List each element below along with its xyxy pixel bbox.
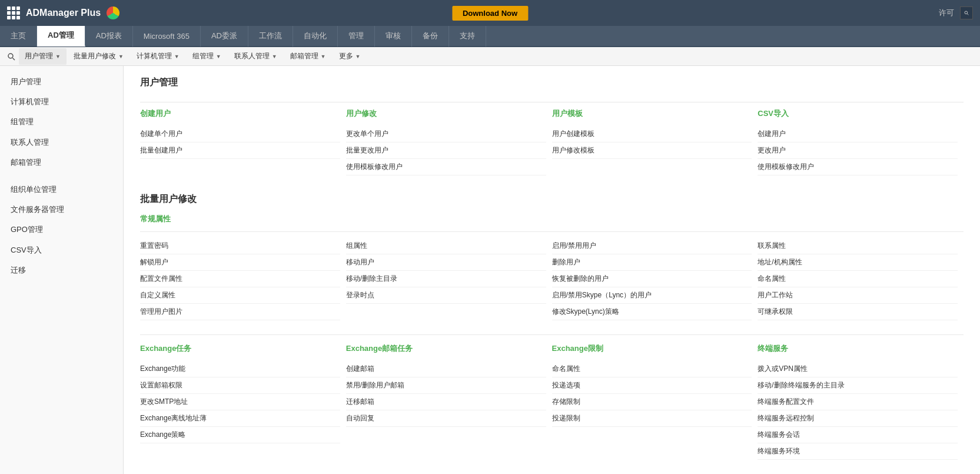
subnav-group-manage[interactable]: 组管理 ▼ bbox=[187, 48, 227, 65]
user-template-col: 用户模板 用户创建模板 用户修改模板 bbox=[552, 108, 758, 175]
link-ts-session[interactable]: 终端服务会话 bbox=[758, 427, 958, 443]
link-limit-naming[interactable]: 命名属性 bbox=[552, 361, 752, 377]
sidebar-item-csv-import[interactable]: CSV导入 bbox=[0, 240, 123, 260]
link-move-user[interactable]: 移动用户 bbox=[346, 254, 546, 271]
link-set-mailbox-perm[interactable]: 设置邮箱权限 bbox=[140, 377, 340, 394]
tab-automation[interactable]: 自动化 bbox=[293, 25, 338, 47]
link-inheritable-perm[interactable]: 可继承权限 bbox=[758, 304, 958, 320]
subnav-contact-manage[interactable]: 联系人管理 ▼ bbox=[228, 48, 283, 65]
tab-backup[interactable]: 备份 bbox=[412, 25, 449, 47]
link-custom-attr[interactable]: 自定义属性 bbox=[140, 287, 340, 304]
link-csv-template-modify[interactable]: 使用模板修改用户 bbox=[758, 159, 958, 175]
batch-user-modify-section: 批量用户修改 常规属性 重置密码 解锁用户 配置文件属性 自定义属性 管理用户图… bbox=[140, 193, 964, 460]
link-batch-create-user[interactable]: 批量创建用户 bbox=[140, 142, 340, 159]
subnav-batch-modify[interactable]: 批量用户修改 ▼ bbox=[68, 48, 129, 65]
tab-workflow[interactable]: 工作流 bbox=[248, 25, 293, 47]
tab-ad-delegate[interactable]: AD委派 bbox=[201, 25, 248, 47]
sidebar-item-contact-manage[interactable]: 联系人管理 bbox=[0, 132, 123, 153]
chevron-down-icon: ▼ bbox=[216, 54, 221, 59]
sidebar-item-ou-manage[interactable]: 组织单位管理 bbox=[0, 180, 123, 200]
link-auto-reply[interactable]: 自动回复 bbox=[346, 410, 546, 427]
sidebar-item-fileserver-manage[interactable]: 文件服务器管理 bbox=[0, 200, 123, 220]
common-props-grid: 重置密码 解锁用户 配置文件属性 自定义属性 管理用户图片 组属性 移动用户 移… bbox=[140, 231, 964, 320]
logo-text: ADManager Plus bbox=[26, 8, 101, 18]
link-disable-del-mailbox[interactable]: 禁用/删除用户邮箱 bbox=[346, 377, 546, 394]
sidebar-item-mailbox-manage[interactable]: 邮箱管理 bbox=[0, 153, 123, 173]
tab-home[interactable]: 主页 bbox=[0, 25, 37, 47]
link-create-mailbox[interactable]: 创建邮箱 bbox=[346, 361, 546, 377]
user-template-header: 用户模板 bbox=[552, 108, 752, 119]
link-delivery-limit[interactable]: 投递限制 bbox=[552, 410, 752, 427]
sidebar: 用户管理 计算机管理 组管理 联系人管理 邮箱管理 组织单位管理 文件服务器管理… bbox=[0, 66, 124, 474]
top-search-icon[interactable] bbox=[960, 6, 973, 19]
link-reset-pwd[interactable]: 重置密码 bbox=[140, 238, 340, 254]
tab-ad-report[interactable]: AD报表 bbox=[85, 25, 133, 47]
download-button[interactable]: Download Now bbox=[452, 6, 528, 21]
link-storage-limit[interactable]: 存储限制 bbox=[552, 394, 752, 410]
sidebar-item-group-manage[interactable]: 组管理 bbox=[0, 112, 123, 132]
sub-nav-search-icon[interactable] bbox=[5, 50, 18, 63]
link-naming-attr[interactable]: 命名属性 bbox=[758, 271, 958, 287]
link-change-smtp[interactable]: 更改SMTP地址 bbox=[140, 394, 340, 410]
link-csv-change[interactable]: 更改用户 bbox=[758, 142, 958, 159]
chevron-down-icon: ▼ bbox=[356, 54, 361, 59]
link-exchange-policy[interactable]: Exchange策略 bbox=[140, 427, 340, 443]
tab-m365[interactable]: Microsoft 365 bbox=[133, 25, 201, 47]
link-unlock-user[interactable]: 解锁用户 bbox=[140, 254, 340, 271]
sidebar-item-gpo-manage[interactable]: GPO管理 bbox=[0, 220, 123, 240]
tab-ad-manage[interactable]: AD管理 bbox=[37, 25, 85, 47]
exchange-task-col: Exchange任务 Exchange功能 设置邮箱权限 更改SMTP地址 Ex… bbox=[140, 343, 346, 460]
link-ts-remote-control[interactable]: 终端服务远程控制 bbox=[758, 410, 958, 427]
subnav-more[interactable]: 更多 ▼ bbox=[333, 48, 367, 65]
svg-line-1 bbox=[967, 14, 968, 15]
link-modify-skype-policy[interactable]: 修改Skype(Lync)策略 bbox=[552, 304, 752, 320]
sidebar-item-migrate[interactable]: 迁移 bbox=[0, 260, 123, 280]
link-create-template[interactable]: 用户创建模板 bbox=[552, 126, 752, 142]
link-move-del-homedir[interactable]: 移动/删除主目录 bbox=[346, 271, 546, 287]
link-modify-template[interactable]: 用户修改模板 bbox=[552, 142, 752, 159]
grid-icon bbox=[7, 6, 20, 19]
tab-manage[interactable]: 管理 bbox=[338, 25, 375, 47]
exchange-grid: Exchange任务 Exchange功能 设置邮箱权限 更改SMTP地址 Ex… bbox=[140, 334, 964, 460]
link-restore-deleted-user[interactable]: 恢复被删除的用户 bbox=[552, 271, 752, 287]
sidebar-divider bbox=[0, 173, 123, 180]
link-login-time[interactable]: 登录时点 bbox=[346, 287, 546, 304]
link-group-attr[interactable]: 组属性 bbox=[346, 238, 546, 254]
link-enable-disable-skype[interactable]: 启用/禁用Skype（Lync）的用户 bbox=[552, 287, 752, 304]
link-exchange-offline-addr[interactable]: Exchange离线地址薄 bbox=[140, 410, 340, 427]
link-user-workstation[interactable]: 用户工作站 bbox=[758, 287, 958, 304]
svg-line-3 bbox=[13, 58, 15, 60]
link-ts-env[interactable]: 终端服务环境 bbox=[758, 443, 958, 460]
link-delete-user[interactable]: 删除用户 bbox=[552, 254, 752, 271]
link-contact-attr[interactable]: 联系属性 bbox=[758, 238, 958, 254]
tab-support[interactable]: 支持 bbox=[449, 25, 486, 47]
link-dialin-vpn[interactable]: 拨入或VPN属性 bbox=[758, 361, 958, 377]
logo-circle-icon bbox=[107, 6, 119, 19]
link-batch-modify[interactable]: 批量更改用户 bbox=[346, 142, 546, 159]
link-ts-profile[interactable]: 终端服务配置文件 bbox=[758, 394, 958, 410]
exchange-task-header: Exchange任务 bbox=[140, 343, 340, 354]
link-exchange-func[interactable]: Exchange功能 bbox=[140, 361, 340, 377]
link-move-del-ts-homedir[interactable]: 移动/删除终端服务的主目录 bbox=[758, 377, 958, 394]
link-enable-disable-user[interactable]: 启用/禁用用户 bbox=[552, 238, 752, 254]
user-management-title: 用户管理 bbox=[140, 77, 964, 91]
link-template-modify[interactable]: 使用模板修改用户 bbox=[346, 159, 546, 175]
link-delivery-options[interactable]: 投递选项 bbox=[552, 377, 752, 394]
link-create-single-user[interactable]: 创建单个用户 bbox=[140, 126, 340, 142]
common-col-4: 联系属性 地址/机构属性 命名属性 用户工作站 可继承权限 bbox=[758, 238, 964, 320]
subnav-mailbox-manage[interactable]: 邮箱管理 ▼ bbox=[284, 48, 332, 65]
common-props-header: 常规属性 bbox=[140, 214, 964, 224]
subnav-user-manage[interactable]: 用户管理 ▼ bbox=[19, 48, 67, 65]
link-manage-user-photo[interactable]: 管理用户图片 bbox=[140, 304, 340, 320]
link-csv-create[interactable]: 创建用户 bbox=[758, 126, 958, 142]
sidebar-item-user-manage[interactable]: 用户管理 bbox=[0, 72, 123, 92]
subnav-computer-manage[interactable]: 计算机管理 ▼ bbox=[131, 48, 185, 65]
tab-audit[interactable]: 审核 bbox=[375, 25, 412, 47]
link-modify-single[interactable]: 更改单个用户 bbox=[346, 126, 546, 142]
common-props-block: 常规属性 重置密码 解锁用户 配置文件属性 自定义属性 管理用户图片 组属性 移… bbox=[140, 214, 964, 320]
link-migrate-mailbox[interactable]: 迁移邮箱 bbox=[346, 394, 546, 410]
link-address-org-attr[interactable]: 地址/机构属性 bbox=[758, 254, 958, 271]
sidebar-item-computer-manage[interactable]: 计算机管理 bbox=[0, 92, 123, 112]
link-config-file-attr[interactable]: 配置文件属性 bbox=[140, 271, 340, 287]
chevron-down-icon: ▼ bbox=[55, 54, 61, 59]
